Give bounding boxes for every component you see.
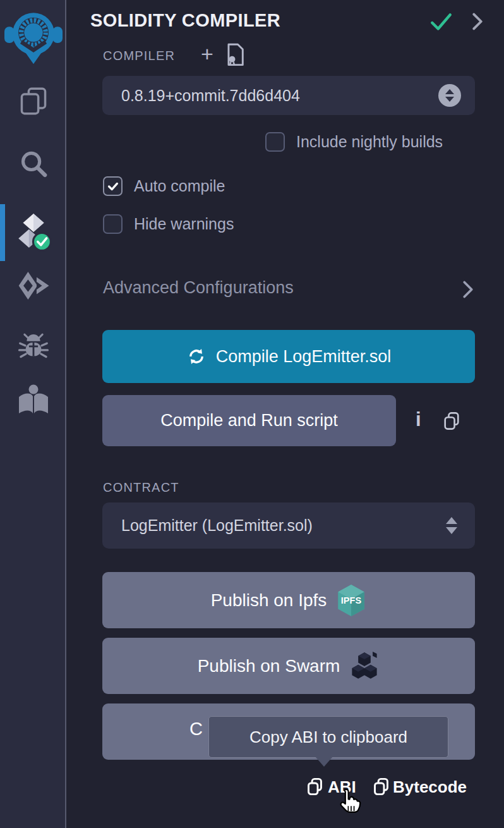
info-icon[interactable]: i bbox=[416, 408, 421, 431]
sidebar-item-file-explorer[interactable] bbox=[0, 85, 66, 118]
refresh-icon bbox=[186, 346, 207, 367]
compiler-version-value: 0.8.19+commit.7dd6d404 bbox=[116, 87, 300, 105]
add-compiler-icon[interactable]: + bbox=[201, 43, 213, 64]
copy-abi-tooltip-text: Copy ABI to clipboard bbox=[249, 728, 407, 747]
publish-swarm-label: Publish on Swarm bbox=[198, 656, 340, 676]
copy-abi-tooltip: Copy ABI to clipboard bbox=[208, 716, 448, 758]
icon-sidebar bbox=[0, 0, 66, 828]
copy-script-icon[interactable] bbox=[442, 411, 461, 431]
hide-warnings-label[interactable]: Hide warnings bbox=[134, 215, 234, 233]
advanced-config-chevron-icon[interactable] bbox=[460, 280, 476, 299]
contract-select[interactable]: LogEmitter (LogEmitter.sol) bbox=[102, 502, 475, 549]
publish-ipfs-label: Publish on Ipfs bbox=[211, 590, 327, 611]
swarm-logo-icon bbox=[349, 651, 380, 681]
hand-cursor-icon bbox=[337, 788, 363, 818]
include-nightly-row: Include nightly builds bbox=[265, 132, 443, 152]
solidity-compiler-icon bbox=[14, 213, 53, 252]
sidebar-item-solidity-compiler[interactable] bbox=[0, 213, 66, 252]
sidebar-item-home[interactable] bbox=[0, 8, 66, 66]
hide-warnings-checkbox[interactable] bbox=[103, 214, 123, 234]
select-arrows-icon bbox=[438, 84, 461, 107]
publish-swarm-button[interactable]: Publish on Swarm bbox=[102, 638, 475, 694]
ipfs-badge-text: IPFS bbox=[341, 595, 362, 606]
sidebar-item-deploy-run[interactable] bbox=[0, 268, 66, 303]
bytecode-button[interactable]: Bytecode bbox=[393, 777, 467, 797]
compiler-license-file-icon[interactable] bbox=[225, 43, 245, 67]
compiler-version-select[interactable]: 0.8.19+commit.7dd6d404 bbox=[102, 76, 475, 115]
files-icon bbox=[18, 86, 49, 116]
checkmark-icon bbox=[106, 180, 120, 193]
sidebar-item-debugger[interactable] bbox=[0, 329, 66, 364]
contract-select-value: LogEmitter (LogEmitter.sol) bbox=[116, 516, 313, 535]
auto-compile-checkbox[interactable] bbox=[103, 176, 123, 196]
compile-button-label: Compile LogEmitter.sol bbox=[216, 347, 392, 367]
deploy-run-icon bbox=[16, 270, 51, 301]
compile-and-run-button[interactable]: Compile and Run script bbox=[102, 395, 396, 446]
page-title: SOLIDITY COMPILER bbox=[90, 10, 280, 31]
copy-abi-icon[interactable] bbox=[306, 777, 324, 796]
remix-logo-icon bbox=[3, 8, 64, 66]
search-icon bbox=[18, 148, 49, 181]
compiler-section-label: COMPILER bbox=[103, 49, 175, 63]
include-nightly-checkbox[interactable] bbox=[265, 132, 285, 152]
sidebar-item-learneth[interactable] bbox=[0, 382, 66, 418]
compile-success-icon bbox=[429, 11, 453, 33]
hide-warnings-row: Hide warnings bbox=[103, 214, 234, 234]
compile-button[interactable]: Compile LogEmitter.sol bbox=[102, 330, 475, 383]
include-nightly-label[interactable]: Include nightly builds bbox=[296, 133, 443, 151]
panel-collapse-chevron-icon[interactable] bbox=[469, 11, 486, 32]
advanced-config-label[interactable]: Advanced Configurations bbox=[103, 278, 294, 298]
contract-select-arrows-icon bbox=[446, 517, 457, 534]
auto-compile-label[interactable]: Auto compile bbox=[134, 177, 225, 195]
tooltip-caret bbox=[315, 757, 333, 767]
compile-and-run-label: Compile and Run script bbox=[160, 411, 338, 430]
book-icon bbox=[16, 383, 51, 417]
contract-section-label: CONTRACT bbox=[103, 480, 179, 495]
publish-ipfs-button[interactable]: Publish on Ipfs IPFS bbox=[102, 572, 475, 628]
auto-compile-row: Auto compile bbox=[103, 176, 225, 196]
app-root: SOLIDITY COMPILER COMPILER + 0.8.19+comm… bbox=[0, 0, 504, 828]
sidebar-item-search[interactable] bbox=[0, 147, 66, 182]
bug-icon bbox=[17, 330, 50, 363]
partial-button-visible-text: C bbox=[189, 719, 203, 740]
ipfs-logo-icon: IPFS bbox=[336, 584, 366, 617]
copy-bytecode-icon[interactable] bbox=[372, 777, 390, 796]
